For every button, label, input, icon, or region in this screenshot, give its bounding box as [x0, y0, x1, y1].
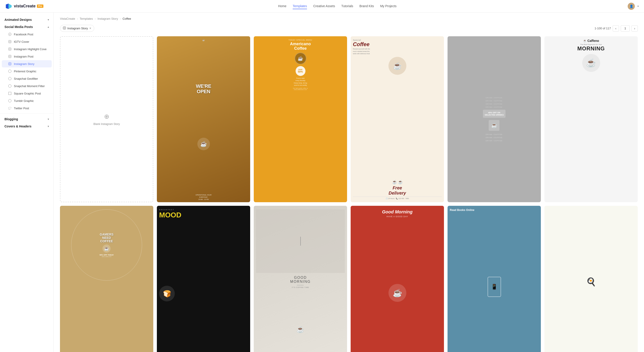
main-nav: Home Templates Creative Assets Tutorials…	[54, 3, 620, 9]
pinterest-icon	[8, 69, 12, 73]
template-mood[interactable]: BREAKFAST MOOD 🍞	[157, 206, 250, 352]
breadcrumb-templates[interactable]: Templates	[80, 17, 93, 20]
template-breakfast[interactable]: 🍳 which breakfastdo you prefer? ↙ ↘	[544, 206, 638, 352]
nav-tutorials[interactable]: Tutorials	[341, 3, 353, 9]
svg-rect-17	[63, 27, 66, 29]
blogging-chevron: ▾	[48, 118, 49, 121]
nav-brand-kits[interactable]: Brand Kits	[359, 3, 374, 9]
logo[interactable]: vistaCreate Pro	[5, 3, 44, 10]
breadcrumb-sep-3: ›	[120, 17, 120, 20]
template-blank[interactable]: ⊕ Blank Instagram Story	[60, 36, 153, 202]
sidebar-item-square-graphic[interactable]: Square Graphic Post	[2, 90, 52, 97]
nav-right: 👤 ▾	[628, 3, 639, 10]
nav-creative-assets[interactable]: Creative Assets	[313, 3, 335, 9]
covers-chevron: ▾	[48, 125, 49, 128]
avatar-dropdown-chevron[interactable]: ▾	[638, 5, 639, 8]
pagination-controls: 1-100 of 117 ‹ 1 ›	[594, 25, 638, 32]
sidebar-section-blogging[interactable]: Blogging ▾	[0, 116, 54, 123]
svg-rect-6	[8, 48, 11, 50]
sidebar-divider	[0, 114, 54, 114]
next-page-button[interactable]: ›	[632, 25, 638, 32]
template-read-books[interactable]: Read Books Online 📱 30 %OFF	[448, 206, 541, 352]
filter-tag-label: Instagram Story	[67, 27, 88, 30]
template-drink-coffee[interactable]: DRINK COFFEEDRINK COFFEEDRINK COFFEEDRIN…	[448, 36, 541, 202]
ig-highlight-icon	[8, 47, 12, 51]
social-media-posts-chevron: ▴	[48, 26, 49, 29]
sidebar-item-twitter[interactable]: Twitter Post	[2, 105, 52, 112]
template-special-coffee[interactable]: Special Coffee Reward yourself with them…	[351, 36, 444, 202]
sidebar-item-ig-highlight[interactable]: Instagram Highlight Cove	[2, 46, 52, 53]
template-americano[interactable]: TODAY SPECIAL MENU AmericanoCoffee ☕ SAV…	[254, 36, 347, 202]
sidebar-item-tumblr[interactable]: Tumblr Graphic	[2, 97, 52, 104]
sidebar-section-animated[interactable]: Animated Designs ▾	[0, 16, 54, 23]
svg-text:f: f	[10, 33, 10, 36]
nav-home[interactable]: Home	[278, 3, 286, 9]
template-good-morning-red[interactable]: Good Morning HAVE A GOOD DAY ☕	[351, 206, 444, 352]
filter-tag-close[interactable]: ✕	[89, 27, 91, 30]
result-count: 1-100 of 117	[594, 27, 611, 30]
sidebar-item-ig-post[interactable]: Instagram Post	[2, 53, 52, 60]
main-layout: Animated Designs ▾ Social Media Posts ▴ …	[0, 13, 644, 352]
svg-point-18	[64, 27, 65, 29]
sidebar-section-social[interactable]: Social Media Posts ▴	[0, 23, 54, 31]
nav-templates[interactable]: Templates	[293, 3, 307, 9]
breadcrumb-vistacreate[interactable]: VistaCreate	[60, 17, 75, 20]
snapchat-geo-icon	[8, 77, 12, 80]
content-area: VistaCreate › Templates › Instagram Stor…	[54, 13, 644, 352]
ig-post-icon	[8, 55, 12, 58]
template-good-morning-light[interactable]: GOODMORNING IT'S COFFEE TIME ☕	[254, 206, 347, 352]
breadcrumb-ig-story[interactable]: Instagram Story	[98, 17, 118, 20]
template-were-open[interactable]: ☕ WE'REOPEN ☕ OPERATIONAL HOUREVERYDAY10…	[157, 36, 250, 202]
filter-tag-ig-story[interactable]: Instagram Story ✕	[60, 25, 94, 32]
svg-rect-10	[8, 63, 11, 65]
ig-story-filter-icon	[63, 27, 66, 30]
sidebar-item-snapchat-geo[interactable]: Snapchat Geofilter	[2, 75, 52, 82]
sidebar-item-ig-story[interactable]: Instagram Story	[2, 60, 52, 67]
avatar[interactable]: 👤	[628, 3, 635, 10]
sidebar: Animated Designs ▾ Social Media Posts ▴ …	[0, 13, 54, 352]
animated-designs-chevron: ▾	[48, 18, 49, 21]
filters-bar: Instagram Story ✕ 1-100 of 117 ‹ 1 ›	[60, 25, 638, 32]
svg-marker-1	[8, 4, 12, 9]
svg-point-11	[9, 63, 10, 65]
svg-point-9	[9, 56, 10, 57]
breadcrumb-sep-2: ›	[95, 17, 96, 20]
svg-rect-8	[8, 55, 11, 58]
svg-point-13	[8, 77, 12, 80]
twitter-icon	[8, 106, 12, 110]
svg-marker-0	[6, 4, 8, 9]
logo-text: vistaCreate	[14, 4, 36, 9]
sidebar-section-covers[interactable]: Covers & Headers ▾	[0, 123, 54, 130]
breadcrumb-coffee: Coffee	[122, 17, 131, 20]
breadcrumb: VistaCreate › Templates › Instagram Stor…	[60, 17, 638, 20]
blank-label: Blank Instagram Story	[93, 123, 120, 126]
sidebar-item-snapchat-moment[interactable]: Snapchat Moment Filter	[2, 82, 52, 90]
pro-badge: Pro	[37, 5, 44, 8]
top-navigation: vistaCreate Pro Home Templates Creative …	[0, 0, 644, 13]
svg-rect-15	[8, 92, 11, 95]
template-caffeno[interactable]: ☕ Caffeno The Best Espresso for Your MOR…	[544, 36, 638, 202]
templates-grid: ⊕ Blank Instagram Story ☕ WE'REOPEN ☕ OP…	[60, 36, 638, 352]
breadcrumb-sep-1: ›	[77, 17, 78, 20]
filter-tags: Instagram Story ✕	[60, 25, 94, 32]
svg-point-5	[9, 41, 10, 42]
tumblr-icon	[8, 99, 12, 103]
sidebar-item-facebook-post[interactable]: f Facebook Post	[2, 31, 52, 38]
sidebar-item-igtv[interactable]: IGTV Cover	[2, 38, 52, 45]
add-icon: ⊕	[104, 113, 109, 120]
snapchat-moment-icon	[8, 84, 12, 88]
svg-point-12	[8, 70, 12, 73]
square-graphic-icon	[8, 92, 12, 95]
svg-rect-4	[8, 40, 11, 43]
nav-my-projects[interactable]: My Projects	[380, 3, 396, 9]
igtv-icon	[8, 40, 12, 44]
svg-point-14	[8, 85, 12, 88]
sidebar-item-pinterest[interactable]: Pinterest Graphic	[2, 68, 52, 75]
svg-point-16	[8, 99, 12, 102]
ig-story-icon	[8, 62, 12, 66]
prev-page-button[interactable]: ‹	[613, 25, 619, 32]
facebook-icon: f	[8, 33, 12, 36]
template-gamers[interactable]: GAMERSNEEDCOFFEE ☕ 50% OFF TODAY www.cof…	[60, 206, 153, 352]
page-input[interactable]: 1	[621, 25, 630, 32]
svg-point-7	[9, 48, 10, 50]
